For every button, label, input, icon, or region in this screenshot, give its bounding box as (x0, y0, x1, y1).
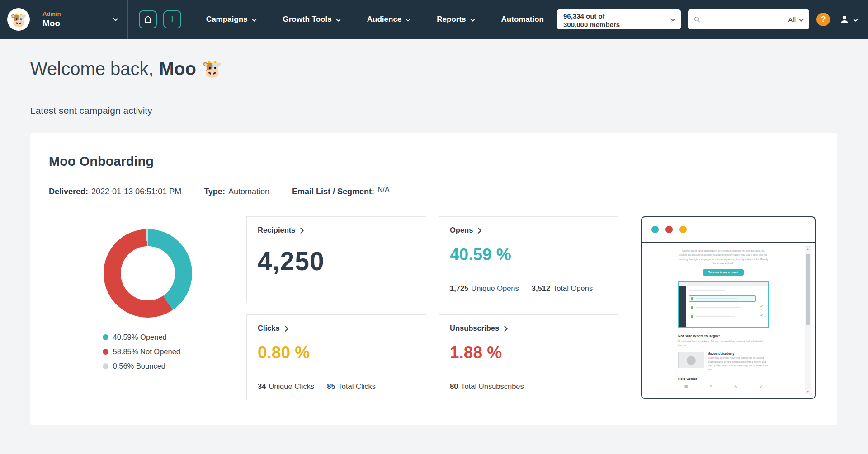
unique-opens-label: Unique Opens (471, 284, 519, 292)
recipients-stat-box: Recipients 4,250 (246, 216, 426, 302)
chevron-down-icon (406, 19, 410, 22)
recipients-link[interactable]: Recipients (258, 226, 304, 234)
legend-item-not-opened: 58.85% Not Opened (103, 347, 193, 356)
email-intro-text: Gather all of your subscribers in one ne… (678, 249, 769, 266)
unsubscribes-link[interactable]: Unsubscribes (450, 324, 508, 332)
browser-dot-icon (679, 226, 687, 233)
email-section1-title: Not Sure Where to Begin? (678, 334, 769, 338)
dashboard-main: Welcome back, Moo 🐮 Latest sent campaign… (0, 59, 868, 425)
welcome-prefix: Welcome back, (30, 59, 154, 79)
email-academy-block: Moosend Academy Learn how to create your… (678, 352, 769, 371)
legend-label: 40.59% Opened (113, 333, 167, 342)
nav-item-automation[interactable]: Automation (488, 0, 557, 39)
unsubscribes-substats: 80Total Unsubscribes (450, 382, 607, 391)
email-section2-title: Moosend Academy (708, 352, 769, 355)
image-icon: ▦ (684, 384, 688, 388)
email-section3-title: Help Center (678, 377, 769, 381)
nav-item-label: Campaigns (206, 15, 248, 24)
account-switcher[interactable]: Admin Moo (42, 0, 127, 39)
legend-label: 0.56% Bounced (113, 362, 166, 370)
legend-item-bounced: 0.56% Bounced (103, 362, 193, 370)
cow-emoji-icon: 🐮 (202, 59, 222, 79)
chevron-down-icon (470, 19, 475, 22)
nav-item-campaigns[interactable]: Campaigns (193, 0, 270, 39)
legend-dot (103, 349, 108, 355)
meta-segment-value: N/A (377, 186, 390, 193)
scroll-up-icon[interactable]: ▲ (807, 248, 810, 251)
top-navbar: 🐮 Admin Moo + Campaigns Growth Tools Aud… (0, 0, 868, 39)
legend-dot (103, 363, 108, 369)
meta-delivered: Delivered:2022-01-13 06:51:01 PM (49, 187, 181, 197)
video-thumbnail (678, 352, 704, 368)
question-mark-icon: ? (821, 15, 826, 24)
account-role: Admin (42, 10, 61, 17)
stat-label: Recipients (258, 226, 295, 234)
search-input[interactable] (704, 16, 788, 23)
opens-link[interactable]: Opens (450, 226, 481, 234)
opens-substats: 1,725Unique Opens 3,512Total Opens (450, 284, 607, 293)
logo-cow-icon: 🐮 (10, 12, 27, 28)
welcome-name: Moo (159, 59, 196, 79)
nav-item-label: Growth Tools (283, 15, 332, 24)
meta-type-label: Type: (204, 187, 225, 196)
preview-scrollbar[interactable]: ▲ ▼ (805, 246, 811, 394)
app-logo[interactable]: 🐮 (7, 8, 30, 31)
home-button[interactable] (139, 10, 157, 28)
stat-label: Unsubscribes (450, 324, 499, 332)
create-new-button[interactable]: + (163, 10, 181, 28)
clicks-rate-value: 0.80 % (258, 343, 415, 362)
members-quota-dropdown[interactable]: 96,334 out of 300,000 members (557, 9, 681, 29)
pencil-icon: ✎ (710, 384, 713, 388)
chevron-down-icon (252, 19, 257, 22)
meta-segment-label: Email List / Segment: (292, 187, 374, 196)
search-scope-select[interactable]: All (788, 16, 804, 23)
help-button[interactable]: ? (816, 13, 830, 26)
unique-clicks-label: Unique Clicks (269, 382, 314, 390)
nav-item-reports[interactable]: Reports (424, 0, 488, 39)
total-opens-count: 3,512 (532, 284, 550, 292)
clicks-link[interactable]: Clicks (258, 324, 288, 332)
email-screenshot: ✓ ✓ (678, 281, 769, 328)
campaign-activity-card: Moo Onboarding Delivered:2022-01-13 06:5… (30, 133, 837, 425)
clicks-stat-box: Clicks 0.80 % 34Unique Clicks 85Total Cl… (246, 314, 426, 400)
legend-item-opened: 40.59% Opened (103, 333, 193, 342)
nav-item-label: Reports (437, 15, 466, 24)
total-clicks-label: Total Clicks (338, 382, 376, 390)
page-title: Welcome back, Moo 🐮 (30, 59, 837, 79)
preview-email-body: Gather all of your subscribers in one ne… (642, 243, 815, 398)
chevron-down-icon (853, 19, 858, 22)
recipients-value: 4,250 (258, 246, 415, 276)
nav-item-growth-tools[interactable]: Growth Tools (270, 0, 354, 39)
browser-dot-icon (651, 226, 659, 233)
chevron-right-icon (300, 228, 304, 234)
account-name: Moo (42, 19, 61, 28)
preview-browser-bar (642, 217, 815, 243)
browser-dot-icon (665, 226, 673, 233)
section-subtitle: Latest sent campaign activity (30, 105, 837, 116)
email-section1-text: No one was born a marketer. But you can … (678, 339, 769, 347)
members-quota-line1: 96,334 out of (563, 12, 665, 21)
legend-dot (103, 334, 108, 340)
campaign-title: Moo Onboarding (49, 154, 816, 169)
legend-label: 58.85% Not Opened (113, 347, 181, 356)
email-cta-button: Take me to my account (703, 269, 744, 276)
chat-icon: 🗨 (759, 384, 762, 388)
scrollbar-thumb[interactable] (806, 254, 810, 325)
user-icon (839, 14, 850, 25)
total-unsubscribes-count: 80 (450, 382, 458, 390)
meta-segment: Email List / Segment:N/A (292, 187, 390, 197)
campaign-preview-panel[interactable]: Gather all of your subscribers in one ne… (641, 216, 816, 399)
chevron-right-icon (285, 326, 288, 332)
main-navigation: Campaigns Growth Tools Audience Reports … (193, 0, 557, 39)
meta-delivered-label: Delivered: (49, 187, 88, 196)
email-section2-text: Learn how to create your first mailing l… (708, 356, 766, 367)
scroll-down-icon[interactable]: ▼ (807, 390, 810, 393)
clicks-substats: 34Unique Clicks 85Total Clicks (258, 382, 415, 391)
nav-item-audience[interactable]: Audience (354, 0, 424, 39)
profile-menu[interactable] (839, 14, 858, 25)
nav-item-label: Audience (367, 15, 402, 24)
search-scope-label: All (788, 16, 796, 23)
chevron-down-icon (113, 18, 118, 21)
opens-stat-box: Opens 40.59 % 1,725Unique Opens 3,512Tot… (439, 216, 618, 302)
meta-delivered-value: 2022-01-13 06:51:01 PM (91, 187, 181, 196)
